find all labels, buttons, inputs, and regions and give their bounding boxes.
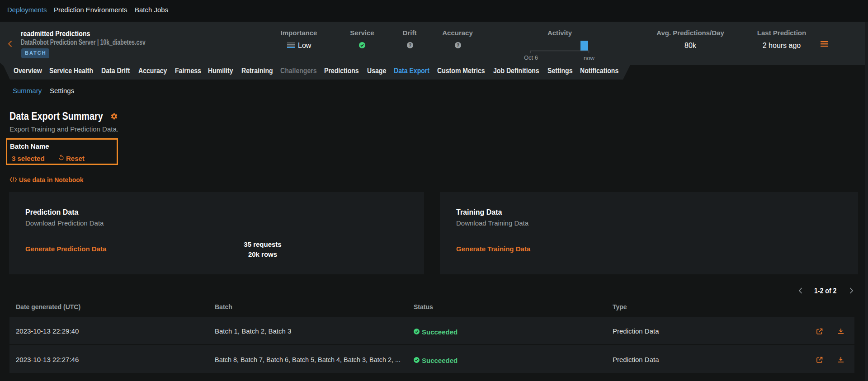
svg-text:?: ? xyxy=(457,43,459,48)
svg-text:?: ? xyxy=(409,43,411,48)
